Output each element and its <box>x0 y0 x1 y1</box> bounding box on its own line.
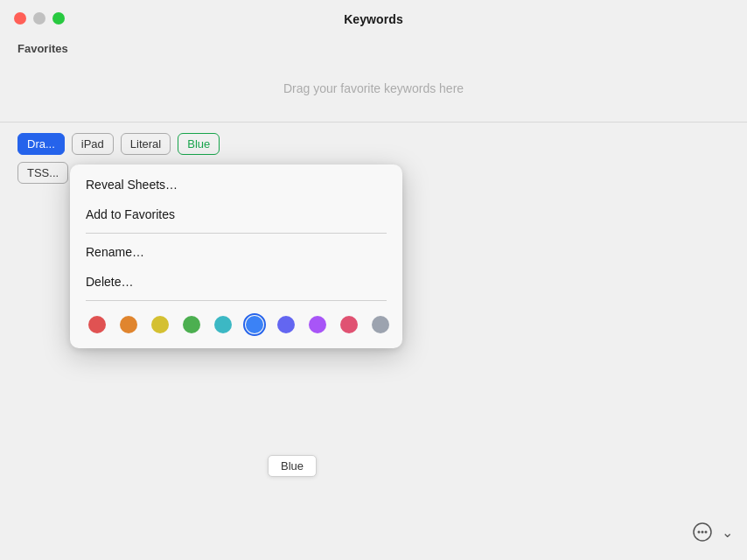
keyword-tag-dra[interactable]: Dra... <box>17 133 65 155</box>
color-circle-inner-purple <box>309 316 326 333</box>
keyword-tag-ipad[interactable]: iPad <box>72 133 114 155</box>
color-circle-orange[interactable] <box>117 313 140 336</box>
menu-item-delete[interactable]: Delete… <box>70 267 402 297</box>
chevron-down-button[interactable]: ⌄ <box>722 524 733 541</box>
favorites-section: Favorites Drag your favorite keywords he… <box>0 35 747 122</box>
window-controls <box>14 12 65 24</box>
color-circle-yellow[interactable] <box>149 313 171 336</box>
color-circle-blue[interactable] <box>243 313 266 336</box>
more-options-button[interactable] <box>688 518 716 546</box>
svg-point-1 <box>698 531 701 534</box>
color-circle-indigo[interactable] <box>275 313 297 336</box>
close-button[interactable] <box>14 12 26 24</box>
color-circle-inner-teal <box>214 316 232 333</box>
maximize-button[interactable] <box>52 12 65 24</box>
color-picker <box>70 304 402 343</box>
color-circle-inner-orange <box>120 316 137 333</box>
window-title: Keywords <box>344 12 403 26</box>
color-circle-red[interactable] <box>86 313 108 336</box>
color-circle-inner-red <box>88 316 106 333</box>
minimize-button[interactable] <box>33 12 45 24</box>
color-circle-green[interactable] <box>180 313 203 336</box>
menu-separator-1 <box>86 233 387 234</box>
more-options-icon <box>692 522 713 542</box>
drag-hint: Drag your favorite keywords here <box>17 71 730 111</box>
color-circle-pink[interactable] <box>338 313 360 336</box>
color-circle-inner-blue <box>246 316 263 333</box>
color-circle-inner-yellow <box>151 316 169 333</box>
keywords-row-1: Dra... iPad Literal Blue <box>0 133 747 162</box>
chevron-down-icon: ⌄ <box>722 525 733 540</box>
keyword-tag-published[interactable]: Blue <box>178 133 220 155</box>
svg-point-3 <box>705 531 708 534</box>
color-circle-inner-gray <box>372 316 389 333</box>
color-circle-inner-indigo <box>277 316 295 333</box>
color-circle-gray[interactable] <box>369 313 392 336</box>
svg-point-2 <box>702 531 704 534</box>
color-circle-inner-green <box>183 316 200 333</box>
menu-item-add-favorites[interactable]: Add to Favorites <box>70 200 402 229</box>
keyword-tag-tss[interactable]: TSS... <box>17 162 68 184</box>
menu-item-reveal-sheets[interactable]: Reveal Sheets… <box>70 170 402 200</box>
context-menu: Reveal Sheets… Add to Favorites Rename… … <box>70 164 402 348</box>
bottom-toolbar: ⌄ <box>688 518 733 546</box>
color-circle-teal[interactable] <box>212 313 234 336</box>
keyword-tag-literal[interactable]: Literal <box>121 133 171 155</box>
section-divider <box>0 122 747 122</box>
menu-item-rename[interactable]: Rename… <box>70 237 402 267</box>
favorites-label: Favorites <box>17 42 730 55</box>
color-circle-inner-pink <box>340 316 358 333</box>
color-label-tooltip: Blue <box>268 455 317 477</box>
color-circle-purple[interactable] <box>306 313 329 336</box>
title-bar: Keywords <box>0 0 747 35</box>
menu-separator-2 <box>86 300 387 301</box>
